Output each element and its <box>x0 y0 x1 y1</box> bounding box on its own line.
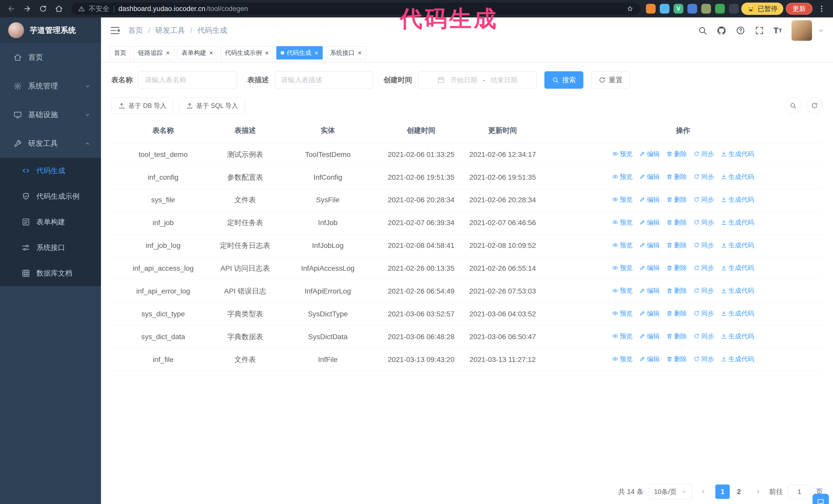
action-sync[interactable]: 同步 <box>694 309 714 318</box>
sidebar-item-codegen[interactable]: 代码生成 <box>0 158 101 184</box>
fullscreen-icon[interactable] <box>755 26 764 35</box>
chat-float-button[interactable] <box>812 494 829 504</box>
action-delete[interactable]: 删除 <box>666 172 687 181</box>
user-avatar[interactable] <box>791 20 812 41</box>
action-generate-code[interactable]: 生成代码 <box>721 309 754 318</box>
action-delete[interactable]: 删除 <box>666 332 687 341</box>
action-generate-code[interactable]: 生成代码 <box>721 263 754 272</box>
next-page-button[interactable] <box>752 486 764 498</box>
sidebar-item-devtools[interactable]: 研发工具 <box>0 129 101 158</box>
action-delete[interactable]: 删除 <box>666 218 687 227</box>
action-generate-code[interactable]: 生成代码 <box>721 286 754 295</box>
table-name-input[interactable] <box>138 71 237 89</box>
close-tab-icon[interactable]: × <box>358 49 362 56</box>
action-edit[interactable]: 编辑 <box>639 286 660 295</box>
tab-form-builder[interactable]: 表单构建× <box>177 46 217 59</box>
sidebar-fold-icon[interactable] <box>110 25 120 36</box>
font-size-icon[interactable]: TT <box>774 26 782 35</box>
action-sync[interactable]: 同步 <box>694 241 714 250</box>
toggle-search-button[interactable] <box>785 97 801 114</box>
action-delete[interactable]: 删除 <box>666 149 687 159</box>
refresh-table-button[interactable] <box>806 97 823 114</box>
page-size-select[interactable]: 10条/页 <box>649 484 692 499</box>
browser-home-icon[interactable] <box>52 2 66 16</box>
action-preview[interactable]: 预览 <box>612 263 633 272</box>
tab-codegen[interactable]: 代码生成× <box>276 46 323 59</box>
prev-page-button[interactable] <box>697 486 709 498</box>
action-edit[interactable]: 编辑 <box>639 195 660 204</box>
action-preview[interactable]: 预览 <box>612 355 633 363</box>
action-preview[interactable]: 预览 <box>612 286 633 295</box>
import-sql-button[interactable]: 基于 SQL 导入 <box>179 98 245 114</box>
extension-icon-drop[interactable] <box>660 4 669 14</box>
action-edit[interactable]: 编辑 <box>639 263 660 272</box>
sidebar-item-infra[interactable]: 基础设施 <box>0 100 101 129</box>
close-tab-icon[interactable]: × <box>166 49 170 56</box>
action-edit[interactable]: 编辑 <box>639 332 660 341</box>
action-generate-code[interactable]: 生成代码 <box>721 355 754 363</box>
action-delete[interactable]: 删除 <box>666 263 687 272</box>
action-generate-code[interactable]: 生成代码 <box>721 195 754 204</box>
action-preview[interactable]: 预览 <box>612 195 633 204</box>
browser-update-button[interactable]: 更新 <box>786 3 812 15</box>
browser-back-icon[interactable] <box>5 2 18 16</box>
action-preview[interactable]: 预览 <box>612 241 633 250</box>
extension-icon-people[interactable] <box>687 4 697 14</box>
paused-badge[interactable]: 已暂停 <box>741 3 783 15</box>
breadcrumb-item[interactable]: 代码生成 <box>197 25 227 35</box>
action-edit[interactable]: 编辑 <box>639 149 660 159</box>
action-generate-code[interactable]: 生成代码 <box>721 149 754 159</box>
page-button-1[interactable]: 1 <box>715 484 730 499</box>
action-sync[interactable]: 同步 <box>694 218 714 227</box>
breadcrumb-item[interactable]: 研发工具 <box>155 25 185 35</box>
action-delete[interactable]: 删除 <box>666 355 687 363</box>
action-delete[interactable]: 删除 <box>666 241 687 250</box>
sidebar-item-home[interactable]: 首页 <box>0 43 101 72</box>
date-range-picker[interactable]: 开始日期 - 结束日期 <box>418 71 537 89</box>
sidebar-item-api[interactable]: 系统接口 <box>0 235 101 261</box>
extension-icon-pixel[interactable] <box>701 4 711 14</box>
close-tab-icon[interactable]: × <box>209 49 213 56</box>
breadcrumb-item[interactable]: 首页 <box>128 25 143 35</box>
import-db-button[interactable]: 基于 DB 导入 <box>111 98 173 114</box>
tab-home[interactable]: 首页 <box>110 46 131 59</box>
search-button[interactable]: 搜索 <box>544 71 584 89</box>
extension-icon-leaf[interactable] <box>715 4 725 14</box>
extension-icon-puzzle[interactable] <box>729 4 739 14</box>
action-sync[interactable]: 同步 <box>694 195 714 204</box>
action-generate-code[interactable]: 生成代码 <box>721 241 754 250</box>
tab-codegen-example[interactable]: 代码生成示例× <box>220 46 273 59</box>
app-logo[interactable]: 芋道管理系统 <box>0 18 101 43</box>
action-preview[interactable]: 预览 <box>612 172 633 181</box>
search-icon[interactable] <box>698 26 708 35</box>
page-button-2[interactable]: 2 <box>732 484 746 499</box>
action-generate-code[interactable]: 生成代码 <box>721 218 754 227</box>
action-sync[interactable]: 同步 <box>694 355 714 363</box>
action-sync[interactable]: 同步 <box>694 263 714 272</box>
action-delete[interactable]: 删除 <box>666 286 687 295</box>
action-preview[interactable]: 预览 <box>612 332 633 341</box>
close-tab-icon[interactable]: × <box>265 49 269 56</box>
browser-reload-icon[interactable] <box>37 2 50 16</box>
close-tab-icon[interactable]: × <box>314 49 318 56</box>
action-edit[interactable]: 编辑 <box>639 309 660 318</box>
tab-api[interactable]: 系统接口× <box>326 46 366 59</box>
table-desc-input[interactable] <box>275 71 373 89</box>
action-sync[interactable]: 同步 <box>694 149 714 159</box>
sidebar-item-codegen-example[interactable]: 代码生成示例 <box>0 184 101 209</box>
reset-button[interactable]: 重置 <box>591 71 630 89</box>
action-generate-code[interactable]: 生成代码 <box>721 172 754 181</box>
sidebar-item-db-doc[interactable]: 数据库文档 <box>0 261 101 286</box>
browser-forward-icon[interactable] <box>21 2 34 16</box>
action-sync[interactable]: 同步 <box>694 286 714 295</box>
action-edit[interactable]: 编辑 <box>639 218 660 227</box>
github-icon[interactable] <box>717 26 727 35</box>
browser-address-bar[interactable]: 不安全 | dashboard.yudao.iocoder.cn /tool/c… <box>71 3 640 15</box>
action-edit[interactable]: 编辑 <box>639 355 660 363</box>
action-preview[interactable]: 预览 <box>612 149 633 159</box>
chevron-down-icon[interactable] <box>818 27 824 34</box>
goto-page-input[interactable] <box>788 484 811 499</box>
action-delete[interactable]: 删除 <box>666 195 687 204</box>
extension-icon-orange[interactable] <box>646 4 656 14</box>
action-generate-code[interactable]: 生成代码 <box>721 332 754 341</box>
